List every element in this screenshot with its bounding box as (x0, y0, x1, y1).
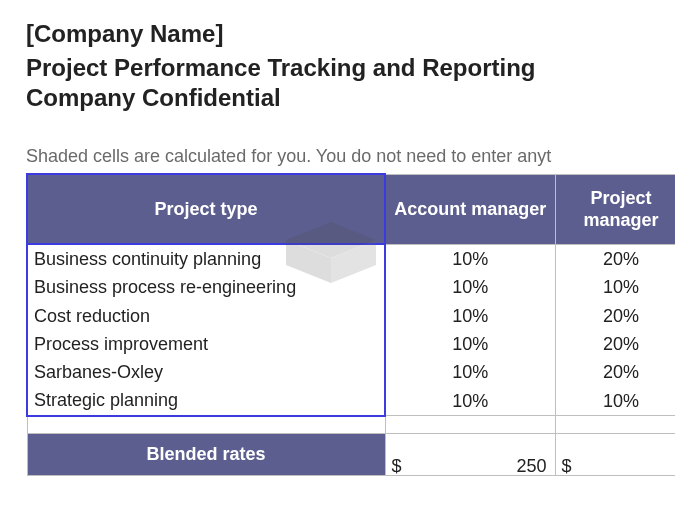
table-row: Sarbanes-Oxley 10% 20% (27, 358, 675, 386)
cell-project-manager[interactable]: 10% (555, 386, 675, 415)
cell-account-manager[interactable]: 10% (385, 244, 555, 273)
col-header-project-manager: Project manager (555, 174, 675, 244)
cell-project-manager[interactable]: 20% (555, 302, 675, 330)
cell-account-manager[interactable]: 10% (385, 386, 555, 415)
cell-project-type[interactable]: Cost reduction (27, 302, 385, 330)
cell-project-manager[interactable]: 20% (555, 330, 675, 358)
cell-project-type[interactable]: Business process re-engineering (27, 273, 385, 301)
confidential-label: Company Confidential (26, 84, 655, 112)
blended-rates-label: Blended rates (27, 434, 385, 475)
cell-project-type[interactable]: Sarbanes-Oxley (27, 358, 385, 386)
project-rates-table: Project type Account manager Project man… (26, 173, 675, 476)
page-title: Project Performance Tracking and Reporti… (26, 54, 655, 82)
table-spacer-row (27, 416, 675, 434)
col-header-account-manager: Account manager (385, 174, 555, 244)
cell-account-manager[interactable]: 10% (385, 302, 555, 330)
cell-project-manager[interactable]: 20% (555, 244, 675, 273)
instruction-text: Shaded cells are calculated for you. You… (26, 146, 655, 167)
cell-account-manager[interactable]: 10% (385, 330, 555, 358)
col-header-project-type: Project type (27, 174, 385, 244)
cell-project-type[interactable]: Strategic planning (27, 386, 385, 415)
table-row: Cost reduction 10% 20% (27, 302, 675, 330)
table-row: Business continuity planning 10% 20% (27, 244, 675, 273)
currency-symbol: $ (392, 454, 402, 478)
cell-project-type[interactable]: Process improvement (27, 330, 385, 358)
table-row: Process improvement 10% 20% (27, 330, 675, 358)
cell-project-manager[interactable]: 10% (555, 273, 675, 301)
currency-symbol: $ (562, 454, 572, 478)
cell-account-manager[interactable]: 10% (385, 273, 555, 301)
rate-value: 250 (516, 454, 546, 478)
table-row: Business process re-engineering 10% 10% (27, 273, 675, 301)
blended-rates-row: Blended rates $ 250 $ (27, 434, 675, 475)
blended-rate-project-manager: $ (555, 434, 675, 475)
blended-rate-account-manager: $ 250 (385, 434, 555, 475)
cell-account-manager[interactable]: 10% (385, 358, 555, 386)
company-name: [Company Name] (26, 20, 655, 48)
table-row: Strategic planning 10% 10% (27, 386, 675, 415)
cell-project-manager[interactable]: 20% (555, 358, 675, 386)
cell-project-type[interactable]: Business continuity planning (27, 244, 385, 273)
